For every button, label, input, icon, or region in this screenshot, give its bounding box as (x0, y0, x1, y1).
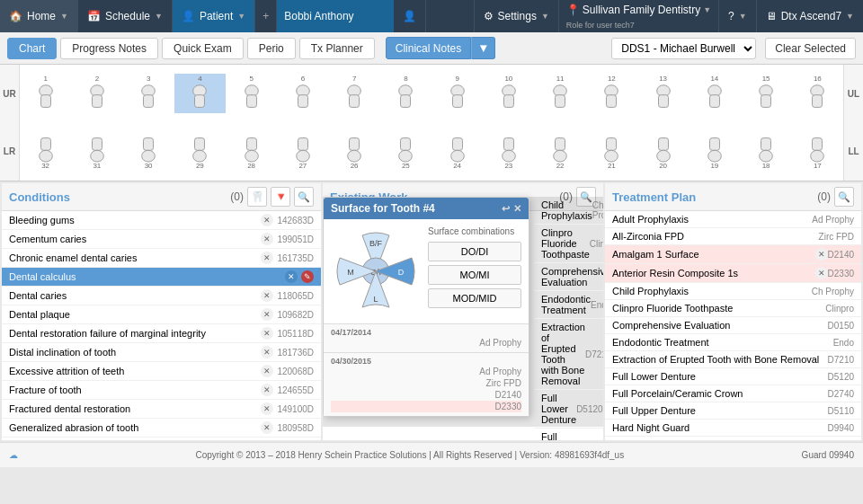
tooth-27[interactable]: 27 (277, 132, 328, 172)
condition-x-btn[interactable]: ✕ (261, 384, 273, 396)
conditions-filter-icon-btn[interactable]: 🔻 (271, 187, 290, 207)
condition-x-btn[interactable]: ✕ (261, 365, 273, 377)
condition-x-btn[interactable]: ✕ (261, 421, 273, 434)
tooth-31[interactable]: 31 (71, 132, 122, 172)
tooth-13[interactable]: 13 (637, 74, 689, 113)
tooth-1[interactable]: 1 (20, 74, 71, 113)
condition-item[interactable]: Chronic enamel dental caries ✕161735D (2, 249, 321, 268)
condition-x-btn[interactable]: ✕ (261, 252, 273, 264)
tooth-8[interactable]: 8 (380, 74, 432, 113)
condition-item[interactable]: Fracture of tooth ✕124655D (2, 381, 321, 400)
combo-do-di[interactable]: DO/DI (428, 242, 521, 261)
tooth-25[interactable]: 25 (380, 132, 432, 172)
tab-progress-notes[interactable]: Progress Notes (60, 38, 158, 59)
tooth-24[interactable]: 24 (432, 132, 483, 172)
ew-item[interactable]: Endodontic Treatment Endo (534, 291, 603, 319)
treatment-item[interactable]: Extraction of Erupted Tooth with Bone Re… (605, 351, 861, 368)
conditions-tooth-icon-btn[interactable]: 🦷 (247, 187, 267, 207)
combo-mod-mid[interactable]: MOD/MID (428, 288, 521, 308)
treatment-item[interactable]: Amalgam 1 Surface ✕ D2140 (605, 245, 861, 264)
tab-tx-planner[interactable]: Tx Planner (299, 38, 375, 59)
treatment-item[interactable]: Clinpro Fluoride Toothpaste Clinpro (605, 300, 861, 317)
nav-location[interactable]: 📍 Sullivan Family Dentistry ▼ Role for u… (558, 0, 718, 32)
tooth-15[interactable]: 15 (741, 74, 792, 113)
treatment-item[interactable]: Comprehensive Evaluation D0150 (605, 317, 861, 334)
treatment-x-btn[interactable]: ✕ (815, 267, 828, 279)
clear-selected-button[interactable]: Clear Selected (765, 38, 856, 59)
tooth-6[interactable]: 6 (277, 74, 328, 113)
condition-item[interactable]: Gingival recession ✕133426D (2, 438, 321, 440)
treatment-item[interactable]: Full Porcelain/Ceramic Crown D2740 (605, 385, 861, 402)
clinical-notes-dropdown[interactable]: ▼ (471, 37, 495, 59)
nav-patient[interactable]: 👤 Patient ▼ (173, 0, 255, 32)
tab-chart[interactable]: Chart (7, 38, 57, 59)
nav-schedule[interactable]: 📅 Schedule ▼ (78, 0, 173, 32)
condition-edit-btn[interactable]: ✎ (301, 270, 314, 283)
nav-plus[interactable]: + (255, 0, 277, 32)
condition-item[interactable]: Fractured dental restoration ✕149100D (2, 400, 321, 419)
condition-item[interactable]: Dental caries ✕118065D (2, 287, 321, 305)
tooth-11[interactable]: 11 (535, 74, 586, 113)
tooth-10[interactable]: 10 (483, 74, 534, 113)
ew-item[interactable]: Extraction of Erupted Tooth with Bone Re… (534, 319, 603, 390)
condition-item[interactable]: Bleeding gums ✕142683D (2, 211, 321, 230)
tab-perio[interactable]: Perio (247, 38, 296, 59)
nav-patient-icon-btn[interactable]: 👤 (394, 0, 426, 32)
clinical-notes-button[interactable]: Clinical Notes (386, 37, 471, 59)
tooth-23[interactable]: 23 (483, 132, 534, 172)
tooth-32[interactable]: 32 (20, 132, 71, 172)
tooth-9[interactable]: 9 (432, 74, 483, 113)
condition-item[interactable]: Dental restoration failure of marginal i… (2, 324, 321, 343)
tooth-16[interactable]: 16 (792, 74, 843, 113)
treatment-item[interactable]: Full Lower Denture D5120 (605, 368, 861, 385)
tooth-19[interactable]: 19 (689, 132, 740, 172)
ew-item[interactable]: Full Lower Denture D5120 (534, 390, 603, 429)
tooth-30[interactable]: 30 (123, 132, 174, 172)
tooth-7[interactable]: 7 (329, 74, 380, 113)
condition-x-btn[interactable]: ✕ (261, 289, 273, 302)
treatment-item[interactable]: Endodontic Treatment Endo (605, 334, 861, 351)
tooth-5[interactable]: 5 (226, 74, 277, 113)
condition-x-btn[interactable]: ✕ (261, 233, 273, 245)
tooth-4[interactable]: 4 (174, 74, 226, 113)
tooth-20[interactable]: 20 (637, 132, 689, 172)
treatment-x-btn[interactable]: ✕ (815, 248, 828, 261)
condition-item[interactable]: Dental plaque ✕109682D (2, 305, 321, 324)
tooth-21[interactable]: 21 (586, 132, 637, 172)
tooth-18[interactable]: 18 (741, 132, 792, 172)
treatment-plan-search-btn[interactable]: 🔍 (834, 187, 854, 207)
ew-item[interactable]: Child Prophylaxis Ch Prophy (534, 197, 603, 225)
condition-x-btn[interactable]: ✕ (261, 346, 273, 358)
treatment-item[interactable]: Child Prophylaxis Ch Prophy (605, 283, 861, 300)
condition-x-btn[interactable]: ✕ (261, 308, 273, 321)
conditions-search-btn[interactable]: 🔍 (294, 187, 314, 207)
condition-item[interactable]: Cementum caries ✕199051D (2, 230, 321, 249)
ew-item[interactable]: Clinpro Fluoride Toothpaste Clinpro (534, 225, 603, 263)
tooth-17[interactable]: 17 (792, 132, 843, 172)
condition-x-btn[interactable]: ✕ (285, 270, 298, 283)
tooth-12[interactable]: 12 (586, 74, 637, 113)
condition-item[interactable]: Distal inclination of tooth ✕181736D (2, 343, 321, 362)
tab-quick-exam[interactable]: Quick Exam (162, 38, 244, 59)
condition-x-btn[interactable]: ✕ (261, 402, 273, 415)
surface-popup-close-icon[interactable]: ✕ (513, 203, 521, 215)
tooth-22[interactable]: 22 (535, 132, 586, 172)
tooth-2[interactable]: 2 (71, 74, 122, 113)
treatment-item[interactable]: Full Upper Denture D5110 (605, 402, 861, 420)
tooth-3[interactable]: 3 (123, 74, 174, 113)
ew-item[interactable]: Full Porcelain/Ceramic Crown D2740 (534, 429, 603, 440)
condition-x-btn[interactable]: ✕ (261, 327, 273, 340)
treatment-item[interactable]: Hard Night Guard D9940 (605, 420, 861, 437)
tooth-29[interactable]: 29 (174, 132, 226, 172)
ew-item[interactable]: Comprehensive Evaluation D0150 (534, 263, 603, 291)
nav-app[interactable]: 🖥 Dtx Ascend7 ▼ (756, 0, 863, 32)
tooth-14[interactable]: 14 (689, 74, 740, 113)
nav-home[interactable]: 🏠 Home ▼ (0, 0, 78, 32)
patient-name-input[interactable] (277, 0, 394, 32)
condition-item[interactable]: Dental calculus ✕✎ (2, 268, 321, 287)
condition-x-btn[interactable]: ✕ (261, 214, 273, 226)
combo-mo-mi[interactable]: MO/MI (428, 265, 521, 285)
tooth-26[interactable]: 26 (329, 132, 380, 172)
surface-popup-undo-icon[interactable]: ↩ (502, 203, 510, 215)
condition-item[interactable]: Generalized abrasion of tooth ✕180958D (2, 419, 321, 438)
